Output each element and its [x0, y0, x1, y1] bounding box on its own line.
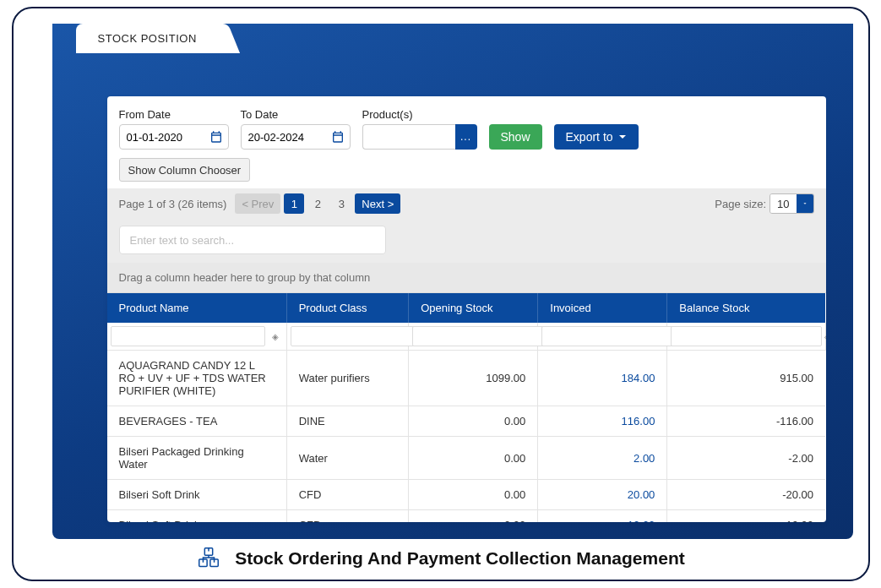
pager-prev: < Prev — [235, 193, 280, 214]
table-header-row: Product NameProduct ClassOpening StockIn… — [107, 293, 826, 323]
page-size-label: Page size: — [715, 198, 766, 210]
column-header[interactable]: Invoiced — [538, 293, 667, 323]
cell-product-class: CFD — [286, 480, 409, 510]
export-button[interactable]: Export to — [554, 124, 639, 150]
from-date-group: From Date 01-01-2020 — [119, 108, 229, 150]
column-filter: ◈ — [667, 323, 825, 351]
caption-text: Stock Ordering And Payment Collection Ma… — [235, 548, 684, 569]
cell-product-name: Bilseri Packaged Drinking Water — [107, 437, 287, 480]
column-header[interactable]: Product Class — [286, 293, 409, 323]
app-frame: STOCK POSITION From Date 01-01-2020 To D… — [12, 7, 870, 581]
column-filter: ◈ — [538, 323, 667, 351]
column-header[interactable]: Opening Stock — [409, 293, 538, 323]
to-date-label: To Date — [241, 108, 351, 121]
search-input[interactable] — [119, 226, 386, 254]
search-row — [107, 219, 826, 263]
cell-product-class: Water — [286, 437, 409, 480]
from-date-label: From Date — [119, 108, 229, 121]
cell-product-name: BEVERAGES - TEA — [107, 406, 287, 437]
pager-next[interactable]: Next > — [355, 193, 400, 214]
products-label: Product(s) — [362, 108, 477, 121]
content-card: From Date 01-01-2020 To Date 20-02-2024 … — [107, 96, 826, 522]
filter-icon[interactable]: ◈ — [268, 329, 283, 344]
chevron-down-icon — [797, 194, 813, 213]
table-row: Bilseri Soft DrinkCFD0.0010.00-10.00 — [107, 510, 826, 523]
to-date-value: 20-02-2024 — [248, 131, 305, 144]
show-button[interactable]: Show — [489, 124, 542, 150]
column-filter-input[interactable] — [671, 326, 822, 346]
cell-invoiced[interactable]: 184.00 — [538, 351, 667, 406]
products-group: Product(s) ... — [362, 108, 477, 150]
export-button-label: Export to — [566, 130, 613, 144]
caption-row: Stock Ordering And Payment Collection Ma… — [14, 546, 868, 571]
cell-balance-stock: -20.00 — [667, 480, 825, 510]
column-header[interactable]: Product Name — [107, 293, 287, 323]
cell-opening-stock: 0.00 — [409, 406, 538, 437]
table-row: Bilseri Soft DrinkCFD0.0020.00-20.00 — [107, 480, 826, 510]
calendar-icon — [209, 130, 223, 144]
cell-balance-stock: -2.00 — [667, 437, 825, 480]
cell-product-class: DINE — [286, 406, 409, 437]
cell-invoiced[interactable]: 20.00 — [538, 480, 667, 510]
cell-opening-stock: 0.00 — [409, 437, 538, 480]
products-picker-button[interactable]: ... — [455, 124, 477, 150]
from-date-input[interactable]: 01-01-2020 — [119, 124, 229, 150]
to-date-input[interactable]: 20-02-2024 — [241, 124, 351, 150]
cell-opening-stock: 0.00 — [409, 510, 538, 523]
calendar-icon — [331, 130, 345, 144]
table-row: BEVERAGES - TEADINE0.00116.00-116.00 — [107, 406, 826, 437]
cell-product-name: AQUAGRAND CANDY 12 L RO + UV + UF + TDS … — [107, 351, 287, 406]
column-filter-input[interactable] — [111, 326, 265, 346]
cell-balance-stock: 915.00 — [667, 351, 825, 406]
cell-balance-stock: -116.00 — [667, 406, 825, 437]
stock-table: Product NameProduct ClassOpening StockIn… — [107, 293, 826, 522]
chevron-down-icon — [618, 133, 627, 141]
cell-invoiced[interactable]: 10.00 — [538, 510, 667, 523]
cell-product-name: Bilseri Soft Drink — [107, 510, 287, 523]
cell-invoiced[interactable]: 116.00 — [538, 406, 667, 437]
column-chooser-label: Show Column Chooser — [128, 164, 242, 177]
column-chooser-row: Show Column Chooser — [107, 155, 826, 188]
table-row: Bilseri Packaged Drinking WaterWater0.00… — [107, 437, 826, 480]
filter-row: From Date 01-01-2020 To Date 20-02-2024 … — [107, 96, 826, 155]
table-filter-row: ◈◈◈◈◈ — [107, 323, 826, 351]
from-date-value: 01-01-2020 — [127, 131, 183, 144]
pager-page-3[interactable]: 3 — [331, 193, 351, 214]
products-input[interactable] — [362, 124, 455, 150]
pager-bar: Page 1 of 3 (26 items) < Prev 123 Next >… — [107, 188, 826, 219]
group-by-drop-area[interactable]: Drag a column header here to group by th… — [107, 263, 826, 293]
cell-product-class: Water purifiers — [286, 351, 409, 406]
column-filter: ◈ — [286, 323, 409, 351]
cell-invoiced[interactable]: 2.00 — [538, 437, 667, 480]
filter-icon[interactable]: ◈ — [824, 329, 825, 344]
cell-product-name: Bilseri Soft Drink — [107, 480, 287, 510]
to-date-group: To Date 20-02-2024 — [241, 108, 351, 150]
pager-page-1[interactable]: 1 — [284, 193, 304, 214]
pager-page-2[interactable]: 2 — [307, 193, 328, 214]
page-size-select[interactable]: 10 — [770, 193, 813, 214]
column-header[interactable]: Balance Stock — [667, 293, 825, 323]
table-row: AQUAGRAND CANDY 12 L RO + UV + UF + TDS … — [107, 351, 826, 406]
column-filter: ◈ — [409, 323, 538, 351]
column-filter: ◈ — [107, 323, 287, 351]
column-chooser-button[interactable]: Show Column Chooser — [119, 158, 251, 182]
cell-opening-stock: 0.00 — [409, 480, 538, 510]
stock-icon — [196, 546, 221, 571]
tab-stock-position[interactable]: STOCK POSITION — [76, 24, 219, 53]
cell-opening-stock: 1099.00 — [409, 351, 538, 406]
tab-label: STOCK POSITION — [98, 32, 197, 45]
cell-balance-stock: -10.00 — [667, 510, 825, 523]
page-size-value: 10 — [770, 194, 796, 213]
cell-product-class: CFD — [286, 510, 409, 523]
show-button-label: Show — [501, 130, 530, 144]
pager-info: Page 1 of 3 (26 items) — [119, 198, 227, 210]
